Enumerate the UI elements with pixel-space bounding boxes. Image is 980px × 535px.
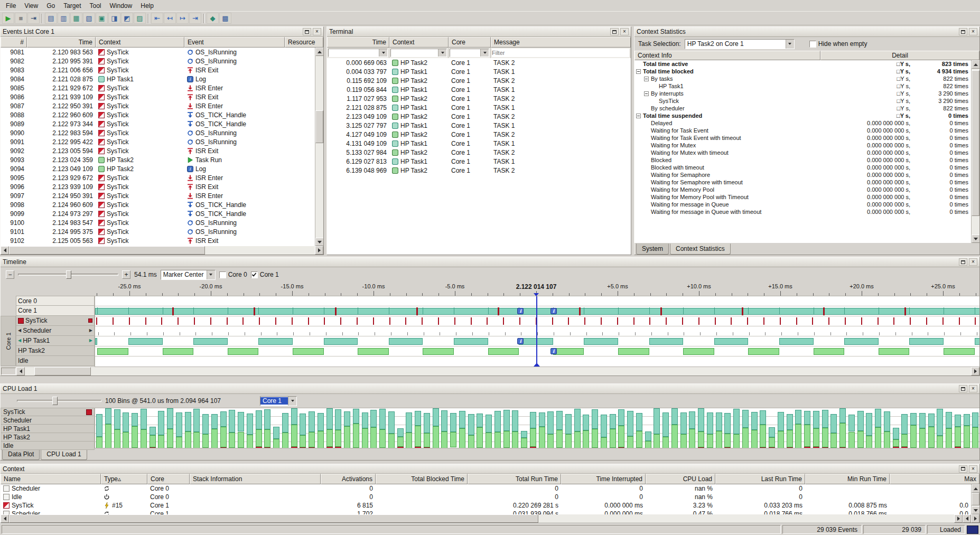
timeline-row-label-scheduler[interactable]: ◀Scheduler▶ bbox=[16, 326, 95, 336]
dock-icon[interactable] bbox=[959, 465, 967, 473]
toolbar-run-button[interactable]: ▶ bbox=[2, 13, 14, 24]
event-row[interactable]: 90832.121 006 656SysTickISR Exit bbox=[1, 65, 315, 74]
stats-row[interactable]: By tasks□Y s,822 times bbox=[634, 75, 971, 82]
zoom-in-button[interactable]: + bbox=[122, 270, 130, 279]
scroll-thumb[interactable] bbox=[34, 367, 91, 376]
slider-thumb[interactable] bbox=[66, 270, 71, 279]
events-col-context[interactable]: Context bbox=[96, 37, 184, 48]
pane-prev-icon[interactable] bbox=[963, 514, 971, 523]
toolbar-attach-button[interactable]: ⇥ bbox=[27, 13, 40, 24]
next-icon[interactable]: ▶ bbox=[89, 328, 92, 333]
hide-when-empty-checkbox[interactable]: Hide when empty bbox=[809, 40, 867, 48]
log-marker-icon[interactable]: i bbox=[550, 308, 557, 314]
menu-item-help[interactable]: Help bbox=[136, 1, 158, 11]
scroll-left-icon[interactable] bbox=[16, 367, 25, 376]
terminal-row[interactable]: 0.119 056 844HP Task1Core 1TASK 1 bbox=[327, 85, 631, 94]
event-row[interactable]: 90842.121 028 875HP Task1iLog bbox=[1, 74, 315, 83]
filter-select[interactable] bbox=[450, 49, 489, 57]
cpu-load-chart[interactable] bbox=[95, 408, 979, 448]
timeline-row-label-idle[interactable]: Idle bbox=[16, 356, 95, 366]
events-vertical-scrollbar[interactable] bbox=[315, 48, 323, 246]
scroll-down-icon[interactable] bbox=[972, 234, 979, 243]
collapse-icon[interactable] bbox=[636, 69, 641, 74]
chevron-down-icon[interactable] bbox=[480, 49, 489, 57]
chevron-down-icon[interactable] bbox=[288, 397, 296, 406]
scroll-track[interactable] bbox=[9, 246, 315, 255]
filter-select[interactable] bbox=[390, 49, 447, 57]
cpu-row-label-idle[interactable]: Idle bbox=[1, 442, 95, 450]
terminal-row[interactable]: 3.125 027 797HP Task1Core 1TASK 1 bbox=[327, 121, 631, 130]
timeline-row-label-systick[interactable]: SysTick bbox=[16, 316, 95, 326]
stats-row[interactable]: By scheduler□Y s,822 times bbox=[634, 105, 971, 112]
context-col-stack-information[interactable]: Stack Information bbox=[190, 474, 321, 484]
event-row[interactable]: 91022.125 005 563SysTickISR Exit bbox=[1, 236, 315, 245]
terminal-row[interactable]: 0.004 033 797HP Task1Core 1TASK 1 bbox=[327, 67, 631, 76]
context-col-time-interrupted[interactable]: Time Interrupted bbox=[561, 474, 646, 484]
stats-row[interactable]: Waiting for message in Queue with timeou… bbox=[634, 208, 971, 215]
stats-row[interactable]: Waiting for Mutex with timeout0.000 000 … bbox=[634, 149, 971, 156]
checkbox-box[interactable] bbox=[251, 271, 258, 278]
timeline-row-label-core-1[interactable]: Core 1 bbox=[16, 306, 95, 316]
stats-row[interactable]: HP Task1□Y s,822 times bbox=[634, 82, 971, 90]
cpu-row-label-systick[interactable]: SysTick bbox=[1, 408, 95, 416]
dock-icon[interactable] bbox=[959, 385, 967, 392]
scroll-left-icon[interactable] bbox=[1, 246, 9, 255]
dock-icon[interactable] bbox=[303, 28, 311, 35]
stats-col-detail[interactable]: Detail bbox=[820, 51, 979, 60]
toolbar-doc-extra-button[interactable]: ▨ bbox=[134, 13, 146, 24]
cpu-core-select[interactable]: Core 1 bbox=[260, 396, 297, 406]
close-icon[interactable]: × bbox=[969, 258, 977, 266]
collapse-icon[interactable] bbox=[644, 77, 649, 81]
scroll-track[interactable] bbox=[315, 56, 323, 238]
context-row[interactable]: SysTick#15Core 16 8150.220 269 281 s0.00… bbox=[1, 501, 971, 510]
scroll-thumb[interactable] bbox=[972, 493, 979, 505]
event-row[interactable]: 90892.122 973 344SysTickOS_TICK_Handle bbox=[1, 119, 315, 128]
terminal-row[interactable]: 5.133 027 984HP Task2Core 1TASK 2 bbox=[327, 148, 631, 157]
scroll-right-icon[interactable] bbox=[954, 514, 963, 523]
context-row[interactable]: IdleCore 0000nan %0 bbox=[1, 493, 971, 501]
events-col-num[interactable]: # bbox=[1, 37, 27, 48]
terminal-row[interactable]: 1.117 027 953HP Task2Core 1TASK 2 bbox=[327, 94, 631, 103]
tab-system[interactable]: System bbox=[636, 243, 669, 255]
toolbar-next-event-button[interactable]: ↦ bbox=[176, 13, 189, 24]
close-icon[interactable]: × bbox=[620, 28, 629, 35]
stats-row[interactable]: Waiting for Semaphore with timeout0.000 … bbox=[634, 179, 971, 186]
menu-item-target[interactable]: Target bbox=[59, 1, 85, 11]
context-col-name[interactable]: Name bbox=[1, 474, 101, 484]
event-row[interactable]: 90992.124 973 297SysTickOS_TICK_Handle bbox=[1, 209, 315, 218]
context-col-max[interactable]: Max bbox=[890, 474, 979, 484]
scroll-thumb[interactable] bbox=[9, 246, 205, 255]
stats-row[interactable]: Waiting for Semaphore0.000 000 000 s,0 t… bbox=[634, 171, 971, 179]
stats-row[interactable]: Blocked with timeout0.000 000 000 s,0 ti… bbox=[634, 164, 971, 171]
message-filter-input[interactable] bbox=[492, 49, 629, 57]
zoom-out-button[interactable]: − bbox=[6, 270, 14, 279]
stats-row[interactable]: Waiting for Memory Pool with Timeout0.00… bbox=[634, 193, 971, 201]
chevron-down-icon[interactable] bbox=[379, 49, 387, 57]
terminal-row[interactable]: 4.131 049 109HP Task1Core 1TASK 1 bbox=[327, 139, 631, 148]
event-row[interactable]: 90982.124 960 609SysTickOS_TICK_Handle bbox=[1, 200, 315, 209]
event-row[interactable]: 90862.121 939 109SysTickISR Exit bbox=[1, 92, 315, 101]
prev-icon[interactable]: ◀ bbox=[18, 339, 21, 343]
event-row[interactable]: 91002.124 983 547SysTickOS_IsRunning bbox=[1, 218, 315, 227]
timeline-marker[interactable] bbox=[536, 296, 537, 367]
cpu-row-label-hp-task1[interactable]: HP Task1 bbox=[1, 425, 95, 433]
timeline-row-label-core-0[interactable]: Core 0 bbox=[16, 296, 95, 306]
stats-vertical-scrollbar[interactable] bbox=[971, 60, 979, 243]
scroll-right-icon[interactable] bbox=[971, 367, 979, 376]
scroll-left-icon[interactable] bbox=[1, 514, 9, 523]
toolbar-doc-coverage-button[interactable]: ▧ bbox=[83, 13, 95, 24]
scroll-thumb[interactable] bbox=[9, 514, 538, 523]
event-row[interactable]: 91012.124 995 375SysTickOS_IsRunning bbox=[1, 227, 315, 236]
terminal-row[interactable]: 0.115 692 109HP Task2Core 1TASK 2 bbox=[327, 76, 631, 85]
context-col-min-run-time[interactable]: Min Run Time bbox=[805, 474, 890, 484]
context-col-type[interactable]: Type ▵ bbox=[101, 474, 147, 484]
scroll-up-icon[interactable] bbox=[972, 484, 979, 493]
event-row[interactable]: 90872.122 950 391SysTickISR Enter bbox=[1, 101, 315, 110]
terminal-col-message[interactable]: Message bbox=[491, 37, 631, 48]
core1-checkbox[interactable]: Core 1 bbox=[251, 271, 279, 278]
slider-thumb[interactable] bbox=[52, 397, 58, 405]
menu-item-tool[interactable]: Tool bbox=[86, 1, 106, 11]
log-marker-icon[interactable]: i bbox=[550, 348, 557, 354]
cpu-row-label-hp-task2[interactable]: HP Task2 bbox=[1, 433, 95, 442]
collapse-icon[interactable] bbox=[636, 114, 641, 118]
